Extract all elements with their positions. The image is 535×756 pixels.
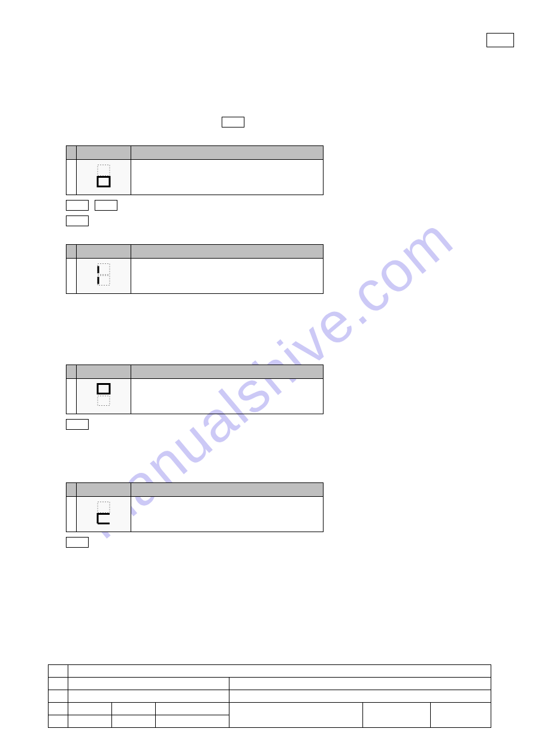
svg-rect-4 (98, 276, 110, 286)
param-block-3 (66, 365, 473, 430)
svg-rect-1 (98, 177, 110, 187)
param-block-4 (66, 482, 473, 548)
svg-rect-6 (98, 384, 110, 394)
param-3-below (66, 419, 473, 430)
seven-seg-icon (95, 383, 112, 410)
key-box (66, 537, 89, 548)
intro-box (222, 117, 244, 127)
page: manualshive.com (0, 0, 535, 756)
param-1-below2 (66, 215, 473, 226)
svg-rect-8 (98, 502, 110, 513)
svg-rect-0 (98, 165, 110, 176)
seven-seg-icon (95, 263, 112, 290)
param-1-below (66, 200, 473, 211)
seven-seg-icon (95, 164, 112, 191)
footer-table (48, 664, 491, 728)
svg-rect-2 (98, 264, 110, 275)
param-table-3 (66, 365, 324, 414)
top-right-box (486, 33, 514, 47)
param-table-2 (66, 244, 324, 294)
key-box (66, 200, 89, 211)
param-table-1 (66, 145, 324, 195)
seven-seg-icon (95, 501, 112, 528)
param-block-1 (66, 145, 473, 226)
param-block-2 (66, 244, 473, 294)
key-box (66, 419, 89, 430)
content (66, 117, 473, 558)
intro-line (222, 117, 473, 127)
key-box (66, 215, 89, 226)
key-box (95, 200, 117, 211)
param-4-below (66, 537, 473, 548)
svg-rect-7 (98, 396, 110, 406)
param-table-4 (66, 482, 324, 532)
